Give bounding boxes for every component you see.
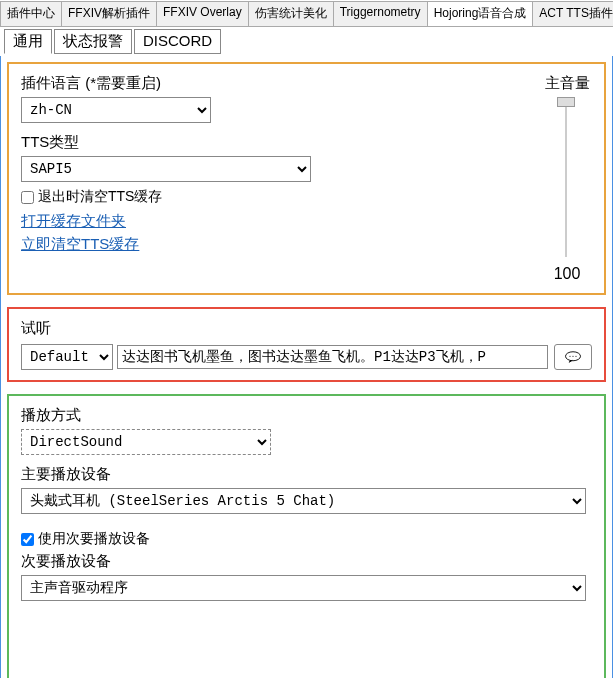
preview-voice-select[interactable]: Default <box>21 344 113 370</box>
sub-device-label: 次要播放设备 <box>21 552 592 571</box>
sub-tab-0[interactable]: 通用 <box>4 29 52 54</box>
sub-tab-2[interactable]: DISCORD <box>134 29 221 54</box>
general-settings-panel: 插件语言 (*需要重启) zh-CN TTS类型 SAPI5 退出时清空TTS缓… <box>7 62 606 295</box>
master-volume-slider[interactable] <box>555 97 579 257</box>
use-sub-device-checkbox[interactable] <box>21 533 34 546</box>
slider-thumb[interactable] <box>557 97 575 107</box>
preview-play-button[interactable] <box>554 344 592 370</box>
top-tab-3[interactable]: 伤害统计美化 <box>248 1 334 27</box>
play-mode-label: 播放方式 <box>21 406 592 425</box>
clear-cache-label: 退出时清空TTS缓存 <box>38 188 162 206</box>
master-volume-value: 100 <box>542 265 592 283</box>
main-device-select[interactable]: 头戴式耳机 (SteelSeries Arctis 5 Chat) <box>21 488 586 514</box>
svg-point-2 <box>572 356 573 357</box>
play-mode-select[interactable]: DirectSound <box>21 429 271 455</box>
preview-text-input[interactable] <box>117 345 548 369</box>
clear-cache-now-link[interactable]: 立即清空TTS缓存 <box>21 235 311 254</box>
sub-tab-1[interactable]: 状态报警 <box>54 29 132 54</box>
top-tab-0[interactable]: 插件中心 <box>0 1 62 27</box>
svg-point-1 <box>569 356 570 357</box>
top-tab-1[interactable]: FFXIV解析插件 <box>61 1 157 27</box>
plugin-language-select[interactable]: zh-CN <box>21 97 211 123</box>
top-tab-2[interactable]: FFXIV Overlay <box>156 1 249 27</box>
plugin-language-label: 插件语言 (*需要重启) <box>21 74 311 93</box>
top-tabs: 插件中心FFXIV解析插件FFXIV Overlay伤害统计美化Triggern… <box>0 0 613 27</box>
open-cache-folder-link[interactable]: 打开缓存文件夹 <box>21 212 311 231</box>
speech-bubble-icon <box>564 350 582 364</box>
master-volume-label: 主音量 <box>542 74 592 93</box>
tts-type-select[interactable]: SAPI5 <box>21 156 311 182</box>
use-sub-device-label: 使用次要播放设备 <box>38 530 150 548</box>
playback-panel: 播放方式 DirectSound 主要播放设备 头戴式耳机 (SteelSeri… <box>7 394 606 678</box>
sub-tabs: 通用状态报警DISCORD <box>0 27 613 56</box>
tts-type-label: TTS类型 <box>21 133 311 152</box>
svg-point-3 <box>575 356 576 357</box>
sub-device-select[interactable]: 主声音驱动程序 <box>21 575 586 601</box>
preview-label: 试听 <box>21 319 592 338</box>
top-tab-5[interactable]: Hojoring语音合成 <box>427 1 534 27</box>
top-tab-4[interactable]: Triggernometry <box>333 1 428 27</box>
preview-panel: 试听 Default <box>7 307 606 382</box>
clear-cache-checkbox[interactable] <box>21 191 34 204</box>
top-tab-6[interactable]: ACT TTS插件 <box>532 1 613 27</box>
main-device-label: 主要播放设备 <box>21 465 592 484</box>
